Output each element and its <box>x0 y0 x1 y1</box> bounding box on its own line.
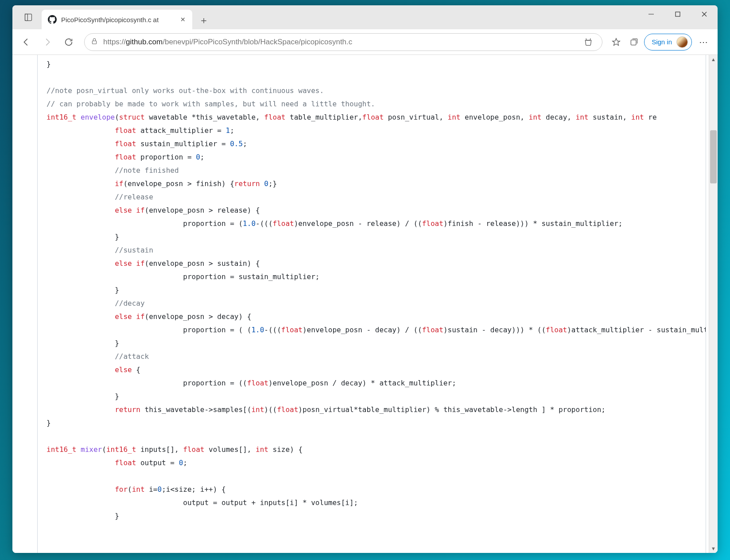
svg-rect-3 <box>676 12 680 16</box>
forward-button[interactable] <box>38 33 57 51</box>
browser-window: PicoPicoSynth/picopicosynth.c at ✕ ＋ htt… <box>12 5 718 553</box>
svg-marker-7 <box>613 38 620 45</box>
browser-tab[interactable]: PicoPicoSynth/picopicosynth.c at ✕ <box>42 10 192 29</box>
url-text: https://github.com/benevpi/PicoPicoSynth… <box>103 38 575 47</box>
collections-icon[interactable] <box>626 35 641 50</box>
address-bar[interactable]: https://github.com/benevpi/PicoPicoSynth… <box>84 33 602 51</box>
scrollbar-thumb[interactable] <box>710 130 717 183</box>
new-tab-button[interactable]: ＋ <box>195 12 213 29</box>
tab-actions-icon[interactable] <box>19 8 38 27</box>
github-icon <box>48 15 57 24</box>
window-controls <box>638 5 718 23</box>
page-content: } //note posn_virtual only works out-the… <box>12 55 718 553</box>
shopping-icon[interactable] <box>581 35 596 50</box>
svg-rect-8 <box>631 40 636 45</box>
signin-button[interactable]: Sign in <box>644 34 692 51</box>
menu-icon[interactable]: ⋯ <box>695 33 713 51</box>
source-code[interactable]: } //note posn_virtual only works out-the… <box>38 55 706 532</box>
lock-icon <box>91 38 98 47</box>
tab-close-icon[interactable]: ✕ <box>178 15 188 24</box>
toolbar: https://github.com/benevpi/PicoPicoSynth… <box>12 29 718 55</box>
titlebar: PicoPicoSynth/picopicosynth.c at ✕ ＋ <box>12 5 718 29</box>
maximize-button[interactable] <box>664 5 691 23</box>
favorites-icon[interactable] <box>609 35 624 50</box>
scroll-up-arrow[interactable]: ▲ <box>709 55 718 64</box>
scroll-down-arrow[interactable]: ▼ <box>709 544 718 553</box>
signin-label: Sign in <box>652 38 672 46</box>
tab-title: PicoPicoSynth/picopicosynth.c at <box>61 16 174 23</box>
vertical-scrollbar[interactable]: ▲ ▼ <box>709 55 718 553</box>
code-panel: } //note posn_virtual only works out-the… <box>37 55 706 553</box>
back-button[interactable] <box>17 33 35 51</box>
minimize-button[interactable] <box>638 5 664 23</box>
close-window-button[interactable] <box>691 5 718 23</box>
svg-rect-6 <box>92 41 96 44</box>
svg-rect-0 <box>25 14 32 21</box>
svg-rect-1 <box>25 14 28 21</box>
avatar <box>676 36 688 48</box>
reload-button[interactable] <box>59 33 78 51</box>
